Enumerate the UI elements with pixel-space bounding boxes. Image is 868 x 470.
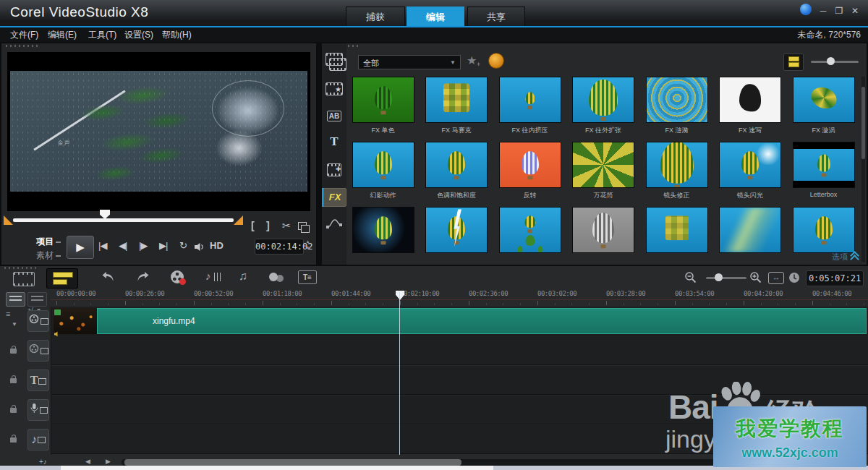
title-icon[interactable]: T (325, 134, 344, 152)
music-track-button[interactable]: ♪ (27, 429, 49, 450)
fx-item[interactable]: FX 单色 (346, 77, 420, 142)
thumbnail-size-slider-handle[interactable] (827, 57, 835, 65)
preview-timecode[interactable]: 00:02:14:02 (255, 239, 304, 255)
lock-icon[interactable] (10, 408, 17, 413)
track-view-icon-active[interactable] (6, 292, 25, 307)
caret-down-icon[interactable]: ▼ (12, 321, 17, 328)
step-fwd-button[interactable]: |▶ (139, 240, 147, 251)
transition-icon[interactable]: AB (325, 108, 344, 126)
motion-tracking-button[interactable] (269, 273, 278, 281)
add-cue-button[interactable]: +♪ (39, 458, 47, 466)
zoom-in-icon[interactable] (749, 271, 762, 286)
menu-settings[interactable]: 设置(S) (124, 29, 153, 41)
title-track-button[interactable]: T (27, 369, 49, 391)
fx-item[interactable]: 万花筒 (567, 142, 640, 207)
gallery-filter-dropdown[interactable]: 全部 ▼ (358, 55, 461, 69)
minimize-button[interactable]: ─ (816, 4, 830, 17)
fx-item[interactable]: Letterbox (787, 142, 860, 207)
tab-capture[interactable]: 捕获 (346, 7, 405, 26)
fx-item[interactable] (493, 207, 566, 265)
scroll-left-button[interactable]: ◀ (85, 458, 90, 465)
duration-clock-icon[interactable] (788, 272, 800, 286)
options-expander[interactable]: 选项 (832, 252, 848, 262)
panel-drag-handle[interactable] (6, 45, 39, 47)
voice-track-button[interactable] (27, 399, 49, 421)
subtitle-editor-button[interactable]: T≡ (298, 270, 317, 284)
home-button[interactable]: |◀ (98, 240, 106, 251)
timeline-clip[interactable]: xingfu.mp4 (97, 308, 867, 334)
menu-help[interactable]: 帮助(H) (162, 29, 192, 41)
lock-icon[interactable] (10, 378, 17, 383)
motion-path-icon[interactable] (325, 217, 344, 234)
storyboard-view-button[interactable] (13, 272, 35, 286)
fit-project-icon[interactable]: ↔ (768, 272, 784, 284)
overlay-track-button[interactable] (27, 340, 49, 362)
repeat-button[interactable]: ↻ (179, 240, 187, 251)
mode-project-label[interactable]: 项目 (26, 236, 61, 248)
fx-item[interactable] (567, 207, 640, 265)
timeline-hscrollbar-thumb[interactable] (124, 459, 461, 466)
mode-clip-label[interactable]: 素材 (26, 249, 61, 262)
mark-in-button[interactable]: [ (251, 220, 255, 231)
fx-item[interactable]: 幻影动作 (346, 142, 420, 207)
enlarge-preview-icon[interactable] (298, 222, 307, 230)
timeline-timecode[interactable]: 0:05:07:21 (806, 270, 864, 286)
fx-item[interactable]: FX 速写 (714, 77, 787, 142)
menu-edit[interactable]: 编辑(E) (48, 29, 77, 41)
fx-item[interactable]: 镜头闪光 (714, 142, 787, 207)
play-button[interactable]: ▶ (67, 236, 94, 259)
fx-item[interactable] (714, 207, 787, 265)
thumbnail-view-button[interactable] (783, 54, 804, 71)
volume-icon[interactable] (194, 242, 206, 255)
hd-toggle[interactable]: HD (210, 240, 224, 251)
panel-drag-handle[interactable] (4, 267, 38, 269)
video-track-button[interactable] (27, 310, 49, 332)
filter-icon[interactable]: FX (323, 188, 346, 207)
fx-item[interactable]: FX 往外扩张 (567, 77, 640, 142)
tab-edit[interactable]: 编辑 (407, 7, 464, 26)
add-to-favorites-icon[interactable]: ★ (467, 54, 477, 67)
tab-share[interactable]: 共享 (467, 7, 525, 26)
menu-tools[interactable]: 工具(T) (88, 29, 116, 41)
fx-item[interactable] (787, 207, 860, 265)
gallery-scrollbar-thumb[interactable] (861, 87, 865, 159)
scrubber-bar[interactable] (13, 218, 234, 222)
fx-item[interactable]: FX 漩涡 (787, 77, 860, 142)
timeline-zoom-slider[interactable] (706, 277, 746, 279)
overlay-track-lane[interactable] (51, 336, 868, 365)
redo-button[interactable] (136, 271, 150, 286)
fx-item[interactable] (346, 207, 420, 265)
scroll-right-button[interactable]: ▶ (106, 458, 111, 465)
lock-icon[interactable] (10, 349, 17, 354)
thumbnail-size-slider[interactable] (811, 61, 859, 63)
end-button[interactable]: ▶| (159, 240, 167, 251)
corel-help-icon[interactable] (800, 4, 812, 15)
fx-item[interactable]: FX 往内挤压 (493, 77, 566, 142)
effects-badge-icon[interactable] (488, 53, 504, 69)
timeline-zoom-slider-handle[interactable] (715, 273, 723, 281)
undo-button[interactable] (101, 271, 115, 286)
track-view-icon[interactable] (27, 292, 47, 307)
media-library-icon[interactable] (325, 52, 344, 69)
mark-out-button[interactable]: ] (266, 220, 270, 231)
step-back-button[interactable]: ◀| (119, 240, 127, 251)
timeline-ruler[interactable]: 00:00:00:00 00:00:26:00 00:00:52:00 00:0… (51, 289, 868, 307)
graphics-icon[interactable]: ✚ (325, 162, 344, 179)
menu-file[interactable]: 文件(F) (10, 29, 38, 41)
timecode-spinner[interactable]: ▲▼ (305, 239, 311, 253)
record-capture-button[interactable] (171, 270, 184, 283)
fx-item[interactable]: FX 涟漪 (640, 77, 713, 142)
fx-item[interactable]: FX 马赛克 (420, 77, 493, 142)
fx-item[interactable]: 色调和饱和度 (420, 142, 493, 207)
restore-button[interactable]: ❐ (832, 4, 846, 17)
gallery-scrollbar[interactable] (861, 77, 865, 262)
auto-music-button[interactable]: ♫ (239, 270, 247, 283)
timeline-view-button[interactable] (46, 268, 78, 289)
lock-icon[interactable] (10, 437, 17, 443)
close-button[interactable]: ✕ (848, 4, 862, 17)
fx-item[interactable] (420, 207, 493, 265)
split-clip-icon[interactable]: ✂ (282, 220, 291, 231)
sound-mixer-button[interactable]: ♪ (205, 270, 211, 282)
trim-start-handle[interactable] (4, 215, 13, 225)
instant-project-icon[interactable]: ★ (325, 81, 344, 98)
